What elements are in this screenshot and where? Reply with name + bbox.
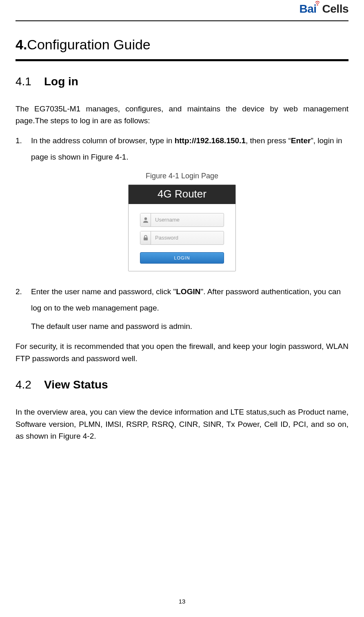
- page-number: 13: [16, 598, 348, 605]
- section-heading-status: 4.2View Status: [16, 378, 348, 391]
- page-header: BaiCells: [16, 0, 348, 21]
- chapter-title: Configuration Guide: [27, 37, 150, 52]
- section-number: 4.2: [16, 378, 44, 391]
- step-text: Enter the user name and password, click …: [31, 287, 176, 296]
- chapter-heading: 4.Configuration Guide: [16, 37, 348, 53]
- section-title: View Status: [44, 378, 108, 391]
- step-login-word: LOGIN: [176, 287, 200, 296]
- logo-text-cells: Cells: [322, 2, 348, 15]
- step-text: , then press “: [246, 136, 291, 145]
- step-key: Enter: [291, 136, 311, 145]
- username-input[interactable]: [151, 213, 224, 226]
- svg-point-1: [144, 217, 146, 220]
- logo-text-bai: Bai: [299, 2, 316, 15]
- intro-paragraph: The EG7035L-M1 manages, configures, and …: [16, 103, 348, 127]
- signal-icon: [315, 0, 322, 3]
- svg-point-0: [317, 4, 318, 5]
- figure-caption: Figure 4-1 Login Page: [16, 172, 348, 180]
- heading-rule: [16, 59, 348, 61]
- user-icon: [140, 213, 151, 226]
- login-form: LOGIN: [129, 204, 235, 271]
- section-number: 4.1: [16, 75, 44, 88]
- step-text: In the address column of browser, type i…: [31, 136, 175, 145]
- step-number: 1.: [16, 133, 31, 149]
- brand-logo: BaiCells: [299, 2, 348, 16]
- step-1: 1.In the address column of browser, type…: [16, 133, 348, 165]
- security-note: For security, it is recommended that you…: [16, 340, 348, 364]
- password-field[interactable]: [140, 231, 224, 245]
- password-input[interactable]: [151, 231, 224, 244]
- status-paragraph: In the overview area, you can view the d…: [16, 406, 348, 442]
- login-button[interactable]: LOGIN: [140, 252, 224, 264]
- login-figure: 4G Router LOGIN: [128, 184, 236, 271]
- step-url: http://192.168.150.1: [175, 136, 246, 145]
- svg-rect-2: [144, 237, 148, 240]
- chapter-number: 4.: [16, 37, 27, 52]
- login-figure-title: 4G Router: [129, 185, 235, 204]
- step-2: 2.Enter the user name and password, clic…: [16, 284, 348, 316]
- section-title: Log in: [44, 75, 78, 88]
- step-2-note: The default user name and password is ad…: [16, 318, 348, 335]
- lock-icon: [140, 231, 151, 244]
- section-heading-login: 4.1Log in: [16, 75, 348, 88]
- step-number: 2.: [16, 284, 31, 300]
- username-field[interactable]: [140, 213, 224, 227]
